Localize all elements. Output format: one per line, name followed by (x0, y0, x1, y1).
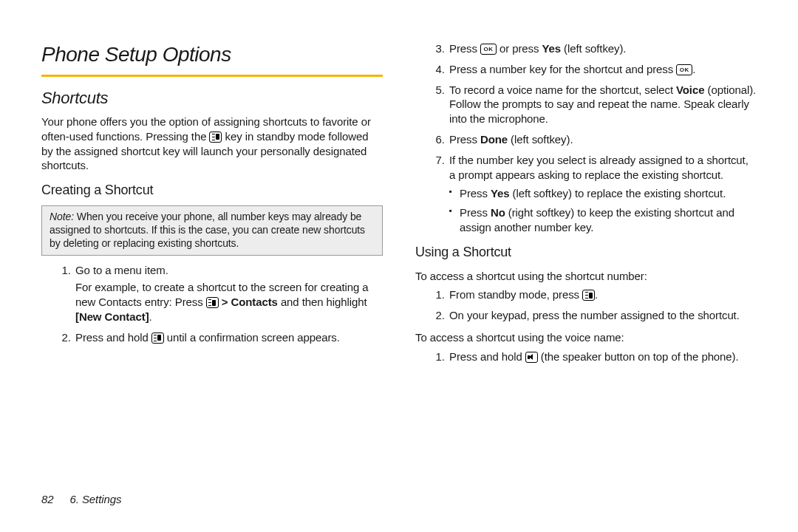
title-rule (41, 75, 383, 77)
subsection-using: Using a Shortcut (415, 244, 757, 262)
text: (the speaker button on top of the phone)… (538, 350, 739, 363)
speaker-key-icon (525, 352, 538, 363)
step-1-example: For example, to create a shortcut to the… (75, 280, 383, 324)
step-7: If the number key you select is already … (448, 153, 757, 235)
text: . (595, 288, 598, 301)
bold-yes: Yes (542, 42, 561, 55)
bold-done: Done (480, 133, 508, 146)
bold-contacts: Contacts (231, 296, 277, 308)
text: Press (449, 133, 480, 146)
menu-key-icon (209, 132, 222, 143)
text: (left softkey) to replace the existing s… (509, 187, 726, 200)
text: Press (449, 42, 480, 55)
step-1: Go to a menu item. For example, to creat… (74, 263, 383, 324)
using-lead-2: To access a shortcut using the voice nam… (415, 330, 757, 345)
text: If the number key you select is already … (449, 154, 748, 181)
text: > (219, 296, 231, 308)
text: . (692, 63, 695, 75)
note-body: When you receive your phone, all number … (50, 211, 365, 249)
text: From standby mode, press (449, 288, 582, 301)
text: (left softkey). (561, 42, 626, 55)
bold-new-contact: [New Contact] (75, 310, 149, 323)
text: Press (460, 206, 491, 219)
step-7b: Press No (right softkey) to keep the exi… (449, 205, 757, 235)
using-steps-2: Press and hold (the speaker button on to… (415, 349, 757, 364)
page-footer: 82 6. Settings (41, 492, 121, 507)
text: Press a number key for the shortcut and … (449, 63, 676, 75)
using-steps-1: From standby mode, press . On your keypa… (415, 287, 757, 323)
step-3: Press or press Yes (left softkey). (448, 41, 757, 56)
ok-key-icon (480, 44, 497, 55)
bold-no: No (491, 206, 505, 219)
menu-key-icon (206, 297, 219, 308)
page-title: Phone Setup Options (41, 41, 383, 69)
using-lead-1: To access a shortcut using the shortcut … (415, 269, 757, 284)
text: Press and hold (449, 350, 525, 363)
text: (left softkey). (508, 133, 573, 146)
using1-step-1: From standby mode, press . (448, 287, 757, 302)
step-7-sublist: Press Yes (left softkey) to replace the … (449, 186, 757, 234)
shortcuts-intro: Your phone offers you the option of assi… (41, 115, 383, 173)
chapter-label: 6. Settings (70, 493, 122, 505)
text: and then highlight (278, 296, 367, 308)
text: To record a voice name for the shortcut,… (449, 83, 676, 96)
using1-step-2: On your keypad, press the number assigne… (448, 308, 757, 323)
ok-key-icon (676, 64, 692, 75)
text: Press (460, 187, 491, 200)
menu-key-icon (151, 332, 164, 344)
section-shortcuts: Shortcuts (41, 87, 383, 109)
step-6: Press Done (left softkey). (448, 132, 757, 147)
content-columns: Phone Setup Options Shortcuts Your phone… (41, 41, 757, 485)
step-4: Press a number key for the shortcut and … (448, 62, 757, 77)
note-box: Note: When you receive your phone, all n… (41, 205, 383, 256)
note-label: Note: (50, 211, 74, 222)
step-5: To record a voice name for the shortcut,… (448, 83, 757, 126)
bold-yes: Yes (491, 187, 510, 200)
using2-step-1: Press and hold (the speaker button on to… (448, 349, 757, 364)
menu-key-icon (582, 290, 595, 301)
text: Go to a menu item. (75, 264, 168, 276)
page-number: 82 (41, 493, 54, 505)
text: . (149, 310, 152, 323)
bold-voice: Voice (676, 83, 704, 96)
subsection-creating: Creating a Shortcut (41, 182, 383, 200)
text: Press and hold (75, 331, 151, 344)
text: until a confirmation screen appears. (164, 331, 340, 344)
step-2: Press and hold until a confirmation scre… (74, 330, 383, 345)
text: or press (497, 42, 542, 55)
step-7a: Press Yes (left softkey) to replace the … (449, 186, 757, 201)
